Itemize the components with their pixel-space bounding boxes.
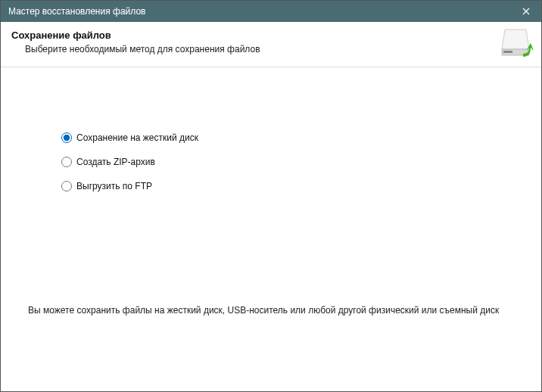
save-method-options: Сохранение на жесткий диск Создать ZIP-а… [61, 132, 514, 191]
window-title: Мастер восстановления файлов [8, 6, 145, 17]
page-title: Сохранение файлов [11, 30, 531, 41]
hdd-save-icon [500, 26, 534, 62]
radio-create-zip[interactable] [61, 157, 72, 167]
page-subtitle: Выберите необходимый метод для сохранени… [25, 44, 531, 54]
titlebar: Мастер восстановления файлов [1, 1, 541, 22]
radio-upload-ftp[interactable] [61, 181, 72, 191]
wizard-content: Сохранение на жесткий диск Создать ZIP-а… [1, 132, 541, 392]
option-label: Выгрузить по FTP [76, 181, 152, 191]
close-icon[interactable] [511, 1, 541, 22]
option-save-hdd[interactable]: Сохранение на жесткий диск [61, 132, 514, 143]
radio-save-hdd[interactable] [61, 132, 72, 143]
wizard-header: Сохранение файлов Выберите необходимый м… [1, 22, 541, 67]
option-upload-ftp[interactable]: Выгрузить по FTP [61, 181, 514, 191]
option-create-zip[interactable]: Создать ZIP-архив [61, 157, 514, 167]
method-description: Вы можете сохранить файлы на жесткий дис… [28, 305, 514, 316]
option-label: Создать ZIP-архив [76, 157, 155, 167]
svg-rect-0 [503, 51, 512, 53]
option-label: Сохранение на жесткий диск [76, 132, 198, 143]
